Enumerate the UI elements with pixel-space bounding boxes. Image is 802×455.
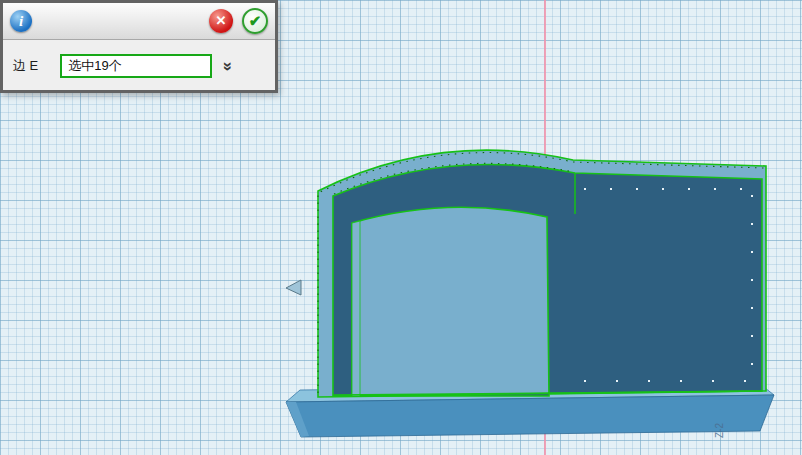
edge-selection-dialog: i ✕ ✔ 边 E » <box>0 0 278 93</box>
double-chevron-down-icon[interactable]: » <box>221 61 238 70</box>
base-front-face[interactable] <box>286 395 774 437</box>
confirm-button[interactable]: ✔ <box>242 8 268 34</box>
left-arrow-icon <box>286 280 301 295</box>
cancel-button[interactable]: ✕ <box>209 9 233 33</box>
dialog-body: 边 E » <box>3 40 275 92</box>
edge-selection-input[interactable] <box>60 54 212 78</box>
dialog-header: i ✕ ✔ <box>3 3 275 40</box>
info-icon: i <box>10 10 32 32</box>
edge-field-label: 边 E <box>13 57 38 75</box>
axis-label: Z-2 <box>714 423 725 438</box>
cad-workspace: { "dialog": { "field_label": "边 E", "fie… <box>0 0 802 455</box>
doorway-jamb-strip[interactable] <box>352 221 360 396</box>
